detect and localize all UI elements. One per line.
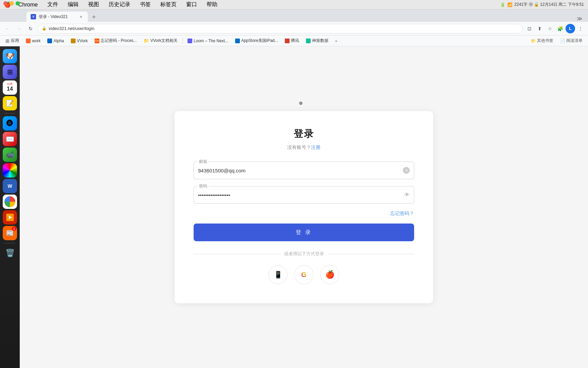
maximize-window-button[interactable] [16,1,20,5]
help-menu[interactable]: 帮助 [203,0,221,9]
edit-menu[interactable]: 编辑 [64,0,82,9]
email-form-group: 邮箱 ✕ [194,162,414,179]
bookmarks-right: 📁 其他书签 📄 阅读清单 [528,37,585,45]
email-input-wrapper: ✕ [194,162,414,179]
file-menu[interactable]: 文件 [44,0,62,9]
login-subtitle: 没有账号？注册 [287,144,321,151]
web-area: 登录 没有账号？注册 邮箱 ✕ 密码 👁 [20,46,588,368]
password-label: 密码 [198,183,209,189]
active-tab[interactable]: V 登录 - Video321 ✕ [27,12,88,22]
reading-list-folder[interactable]: 📄 阅读清单 [557,37,585,45]
google-icon: G [301,271,307,279]
social-login-buttons: 📱 G 🍎 [268,265,339,284]
dock-notes[interactable]: 📝 [3,96,17,110]
macos-menubar: 🍎 Chrome 文件 编辑 视图 历史记录 书签 标签页 窗口 帮助 🔋 📶 … [0,0,588,10]
forward-button[interactable]: → [14,24,24,33]
close-window-button[interactable] [3,1,7,5]
tabs-menu[interactable]: 标签页 [157,0,180,9]
tab-title: 登录 - Video321 [39,14,76,20]
bookmark-tencent[interactable]: 腾讯 [282,37,302,45]
divider-left [194,254,280,254]
lock-icon: 🔒 [42,26,47,31]
share-button[interactable]: ⬆ [535,24,544,33]
tab-list-button[interactable]: ≫ [574,15,585,22]
dock-mail[interactable]: ✉️ [3,132,17,146]
login-title: 登录 [294,127,314,140]
extensions-button[interactable]: 🧩 [555,24,565,33]
apple-icon: 🍎 [325,270,334,279]
bookmark-vvork[interactable]: VVork [68,37,91,44]
login-button[interactable]: 登 录 [194,224,414,241]
bookmark-loom[interactable]: Loom – The Next... [185,37,231,44]
phone-login-button[interactable]: 📱 [268,265,288,284]
forgot-password-link[interactable]: 忘记密码？ [390,211,414,217]
bookmarks-bar: ⊞ 应用 work Alpha VVork On 忘记密码 - Proces..… [0,35,588,46]
battery-icon: 🔋 [500,2,505,7]
reload-button[interactable]: ↻ [26,24,35,33]
apple-login-button[interactable]: 🍎 [320,265,339,284]
phone-icon: 📱 [274,271,282,279]
google-login-button[interactable]: G [294,265,313,284]
dock-separator-2 [4,243,15,243]
tab-favicon: V [31,14,36,19]
back-button[interactable]: ← [3,24,12,33]
other-bookmarks-folder[interactable]: 📁 其他书签 [528,37,556,45]
dock-reeder[interactable]: 📰 1 [3,226,17,240]
password-toggle-button[interactable]: 👁 [404,192,410,198]
forgot-password-row: 忘记密码？ [194,211,414,217]
main-content: 🐶 ⊞ 12月 14 📝 🅐 ✉️ 📹 W ▶️ [0,46,588,368]
password-input[interactable] [198,192,404,198]
password-input-wrapper: 👁 [194,186,414,204]
dock-photos[interactable] [3,163,17,178]
bookmark-notion[interactable]: On 忘记密码 - Proces... [92,37,140,45]
dock-popcorn[interactable]: ▶️ [3,210,17,225]
dock-facetime[interactable]: 📹 [3,148,17,162]
bookmark-sensors[interactable]: 神策数据 [303,37,331,45]
dock-finder[interactable]: 🐶 [3,49,17,63]
email-label: 邮箱 [198,159,209,165]
clock: 2241字 ⓔ 🔒 12月14日 周二 下午9:51 [514,2,584,7]
macos-dock: 🐶 ⊞ 12月 14 📝 🅐 ✉️ 📹 W ▶️ [0,46,20,368]
bookmark-vvork-docs[interactable]: 📁 VVork文档相关 [141,37,180,45]
email-clear-button[interactable]: ✕ [403,167,410,174]
cast-button[interactable]: ⊡ [525,24,534,33]
browser-toolbar: ← → ↻ 🔒 video321.net/user/login ⊡ ⬆ ☆ 🧩 … [0,22,588,35]
url-text: video321.net/user/login [49,26,94,31]
address-bar[interactable]: 🔒 video321.net/user/login [37,24,523,33]
bookmark-apps[interactable]: ⊞ 应用 [3,37,22,45]
bookmark-work[interactable]: work [23,37,43,44]
dock-separator [4,113,15,113]
profile-button[interactable]: L [566,24,575,33]
bookmark-appstore[interactable]: AppStore美国iPad... [232,37,281,45]
window-menu[interactable]: 窗口 [183,0,200,9]
chrome-menu-button[interactable]: ⋮ [576,24,585,33]
browser-tabs-bar: V 登录 - Video321 ✕ + ≫ [0,10,588,22]
bookmarks-menu[interactable]: 书签 [136,0,154,9]
toolbar-icons: ⊡ ⬆ ☆ 🧩 L ⋮ [525,24,585,33]
history-menu[interactable]: 历史记录 [105,0,134,9]
password-form-group: 密码 👁 [194,186,414,204]
bookmark-alpha[interactable]: Alpha [45,37,67,44]
bookmarks-more-button[interactable]: » [333,38,339,44]
social-login-divider: 或者用以下方式登录 [194,251,414,257]
dock-chrome[interactable] [3,195,17,209]
divider-label: 或者用以下方式登录 [284,251,324,257]
dock-word[interactable]: W [3,179,17,193]
dock-calendar[interactable]: 12月 14 [3,80,17,95]
traffic-lights [3,1,20,5]
divider-right [328,254,414,254]
view-menu[interactable]: 视图 [85,0,102,9]
wifi-icon: 📶 [507,2,512,7]
dock-trash[interactable]: 🗑️ [3,246,17,260]
register-link[interactable]: 注册 [311,144,321,150]
new-tab-button[interactable]: + [89,12,99,22]
minimize-window-button[interactable] [10,1,14,5]
tab-close-button[interactable]: ✕ [78,14,84,19]
login-card: 登录 没有账号？注册 邮箱 ✕ 密码 👁 [175,111,433,303]
dock-launchpad[interactable]: ⊞ [3,65,17,79]
email-input[interactable] [198,168,403,173]
dock-appstore[interactable]: 🅐 [3,116,17,131]
bookmark-star-button[interactable]: ☆ [545,24,555,33]
